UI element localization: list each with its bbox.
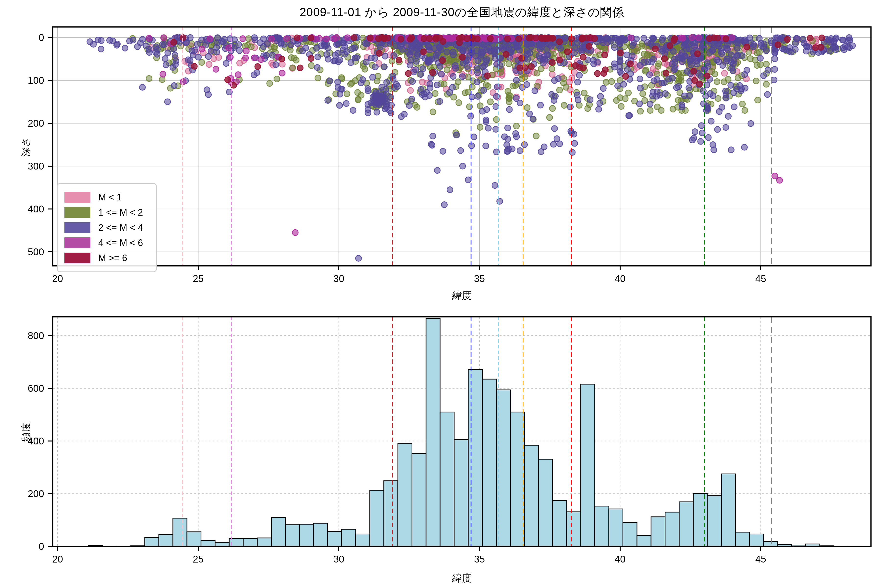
scatter-x-tick-label: 30 (322, 273, 356, 285)
legend-label: 2 <= M < 4 (98, 222, 143, 233)
legend-swatch-pink (64, 192, 90, 202)
scatter-y-tick-label: 500 (10, 246, 44, 258)
scatter-x-axis-label: 緯度 (437, 289, 486, 302)
histogram-y-tick-label: 0 (10, 540, 44, 552)
histogram-y-tick-label: 800 (10, 330, 44, 342)
scatter-x-tick-label: 35 (462, 273, 496, 285)
scatter-y-tick-label: 200 (10, 117, 44, 129)
legend-item-m-lt-1: M < 1 (64, 190, 149, 205)
histogram-y-tick-label: 200 (10, 488, 44, 500)
scatter-y-axis-label: 深さ (19, 132, 33, 162)
histogram-x-tick-label: 25 (181, 553, 215, 565)
scatter-y-tick-label: 100 (10, 75, 44, 86)
legend-label: 4 <= M < 6 (98, 238, 143, 248)
scatter-y-tick-label: 300 (10, 160, 44, 172)
histogram-x-axis-label: 緯度 (437, 572, 486, 585)
scatter-x-tick-label: 40 (603, 273, 637, 285)
histogram-y-tick-label: 600 (10, 382, 44, 394)
scatter-y-tick-label: 0 (10, 32, 44, 44)
scatter-x-tick-label: 45 (744, 273, 778, 285)
legend-swatch-magenta (64, 237, 90, 248)
histogram-y-tick-label: 400 (10, 435, 44, 447)
legend-swatch-olive (64, 207, 90, 218)
legend-swatch-crimson (64, 253, 90, 263)
legend-label: M >= 6 (98, 253, 127, 263)
legend: M < 1 1 <= M < 2 2 <= M < 4 4 <= M < 6 M… (57, 183, 157, 272)
legend-item-m-ge-6: M >= 6 (64, 250, 149, 266)
legend-item-2-to-4: 2 <= M < 4 (64, 220, 149, 235)
legend-label: 1 <= M < 2 (98, 207, 143, 218)
histogram-x-tick-label: 20 (40, 553, 75, 565)
scatter-x-tick-label: 20 (40, 273, 75, 285)
scatter-x-tick-label: 25 (181, 273, 215, 285)
chart-title: 2009-11-01 から 2009-11-30の全国地震の緯度と深さの関係 (52, 4, 871, 20)
histogram-x-tick-label: 30 (322, 553, 356, 565)
histogram-x-tick-label: 35 (462, 553, 496, 565)
legend-item-1-to-2: 1 <= M < 2 (64, 205, 149, 220)
legend-item-4-to-6: 4 <= M < 6 (64, 235, 149, 250)
scatter-y-tick-label: 400 (10, 203, 44, 215)
histogram-x-tick-label: 40 (603, 553, 637, 565)
legend-swatch-purple (64, 222, 90, 233)
legend-label: M < 1 (98, 192, 122, 202)
histogram-x-tick-label: 45 (744, 553, 778, 565)
